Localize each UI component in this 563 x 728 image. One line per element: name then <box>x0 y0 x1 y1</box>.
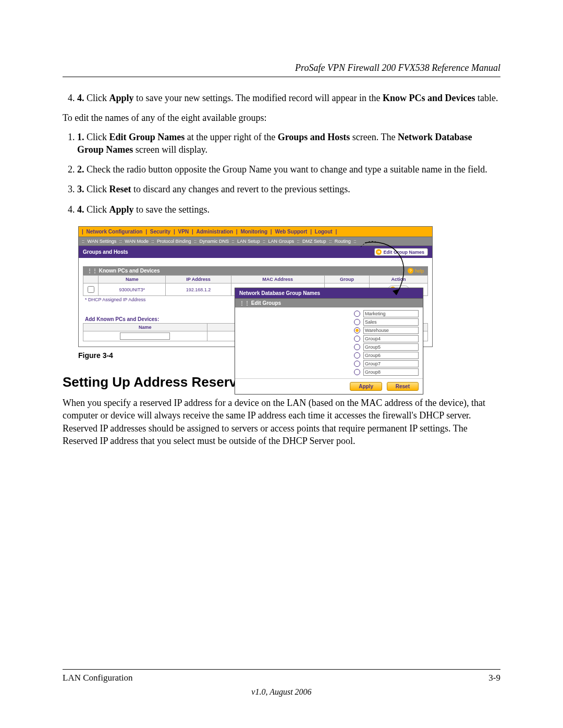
sub-menu: :: WAN Settings :: WAN Mode :: Protocol … <box>79 237 432 246</box>
group-name-input-3[interactable] <box>363 327 419 334</box>
step-4: 4. Click Apply to save the settings. <box>77 203 500 216</box>
page-header: ProSafe VPN Firewall 200 FVX538 Referenc… <box>63 63 500 73</box>
group-row <box>235 335 423 343</box>
known-pcs-header: ⋮⋮ Known PCs and Devices ? help <box>83 266 428 275</box>
subnav-routing[interactable]: Routing <box>335 239 351 244</box>
nav-vpn[interactable]: VPN <box>178 229 189 235</box>
pre-step-4: 4. Click Apply to save your new settings… <box>77 92 500 104</box>
figure-3-4: | Network Configuration | Security | VPN… <box>78 226 433 347</box>
nav-monitoring[interactable]: Monitoring <box>240 229 267 235</box>
main-menu: | Network Configuration | Security | VPN… <box>79 227 432 237</box>
lead-paragraph: To edit the names of any of the eight av… <box>63 112 500 124</box>
group-radio-7[interactable] <box>354 361 360 367</box>
group-name-input-5[interactable] <box>363 343 419 351</box>
group-radio-6[interactable] <box>354 352 360 359</box>
nav-administration[interactable]: Administration <box>196 229 233 235</box>
group-name-input-8[interactable] <box>363 368 419 376</box>
group-radio-1[interactable] <box>354 311 360 317</box>
subnav-lan-setup[interactable]: LAN Setup <box>237 239 260 244</box>
group-name-input-7[interactable] <box>363 360 419 367</box>
nav-web-support[interactable]: Web Support <box>275 229 307 235</box>
footer-left: LAN Configuration <box>63 673 133 683</box>
page-footer: LAN Configuration 3-9 <box>63 673 500 683</box>
row-ip: 192.168.1.2 <box>166 283 231 296</box>
group-row <box>235 343 423 351</box>
group-name-input-2[interactable] <box>363 318 419 326</box>
apply-button[interactable]: Apply <box>350 382 382 391</box>
col-ip: IP Address <box>166 276 231 283</box>
subnav-protocol-binding[interactable]: Protocol Binding <box>157 239 191 244</box>
groups-and-hosts-titlebar: Groups and Hosts ➜ Edit Group Names <box>79 246 432 258</box>
group-radio-3[interactable] <box>354 327 360 334</box>
group-row <box>235 351 423 360</box>
nav-logout[interactable]: Logout <box>315 229 333 235</box>
group-radio-2[interactable] <box>354 319 360 325</box>
header-rule <box>63 77 500 77</box>
group-row <box>235 326 423 335</box>
subnav-lan-groups[interactable]: LAN Groups <box>268 239 295 244</box>
arrow-icon: ➜ <box>376 249 382 255</box>
add-col-name: Name <box>83 324 207 331</box>
section-paragraph: When you specify a reserved IP address f… <box>63 397 500 447</box>
group-row <box>235 360 423 368</box>
edit-groups-header: ⋮⋮ Edit Groups <box>235 299 423 307</box>
group-names-popup: Network Database Group Names ⋮⋮ Edit Gro… <box>235 288 423 394</box>
col-name: Name <box>99 276 166 283</box>
popup-titlebar: Network Database Group Names <box>235 288 423 299</box>
col-action: Action <box>370 276 428 283</box>
footer-rule <box>63 669 500 670</box>
footer-version: v1.0, August 2006 <box>63 687 500 697</box>
group-name-input-1[interactable] <box>363 310 419 317</box>
group-radio-5[interactable] <box>354 344 360 350</box>
col-mac: MAC Address <box>231 276 324 283</box>
group-name-input-6[interactable] <box>363 352 419 359</box>
subnav-dynamic-dns[interactable]: Dynamic DNS <box>199 239 229 244</box>
group-name-input-4[interactable] <box>363 335 419 342</box>
row-checkbox[interactable] <box>88 286 94 293</box>
group-row <box>235 318 423 326</box>
subnav-dmz-setup[interactable]: DMZ Setup <box>302 239 326 244</box>
col-group: Group <box>324 276 369 283</box>
nav-network-configuration[interactable]: Network Configuration <box>87 229 143 235</box>
group-row <box>235 368 423 376</box>
footer-right: 3-9 <box>488 673 500 683</box>
nav-security[interactable]: Security <box>150 229 170 235</box>
step-3: 3. Click Reset to discard any changes an… <box>77 183 500 195</box>
edit-group-names-button[interactable]: ➜ Edit Group Names <box>374 248 428 256</box>
subnav-wan-mode[interactable]: WAN Mode <box>125 239 149 244</box>
add-name-input[interactable] <box>120 332 170 340</box>
row-name: 9300UNIT3* <box>99 283 166 296</box>
group-radio-8[interactable] <box>354 369 360 375</box>
help-link[interactable]: ? help <box>408 268 424 274</box>
group-radio-4[interactable] <box>354 336 360 342</box>
step-2: 2. Check the radio button opposite the G… <box>77 163 500 176</box>
subnav-wan-settings[interactable]: WAN Settings <box>88 239 117 244</box>
group-row <box>235 310 423 318</box>
groups-and-hosts-title: Groups and Hosts <box>83 249 128 255</box>
reset-button[interactable]: Reset <box>387 382 419 391</box>
question-icon: ? <box>408 268 413 274</box>
step-1: 1. Click Edit Group Names at the upper r… <box>77 131 500 156</box>
